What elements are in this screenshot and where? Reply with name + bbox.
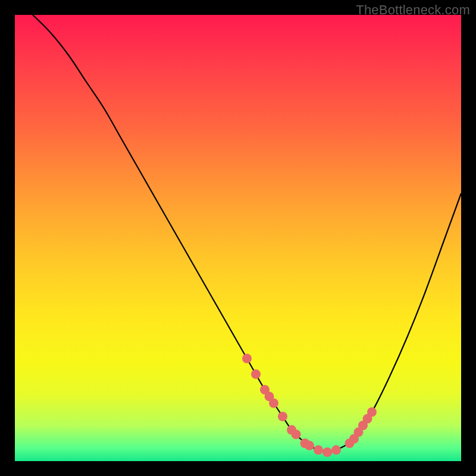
curve-marker — [251, 369, 261, 379]
curve-marker — [278, 412, 287, 421]
curve-marker — [322, 447, 332, 457]
chart-svg — [15, 15, 461, 461]
curve-marker — [331, 445, 341, 455]
curve-marker — [305, 441, 314, 450]
curve-marker — [292, 430, 301, 439]
chart-frame: TheBottleneck.com — [0, 0, 476, 476]
bottleneck-curve — [33, 15, 461, 452]
curve-marker — [367, 408, 377, 417]
curve-markers — [242, 354, 377, 458]
curve-marker — [269, 399, 278, 408]
curve-marker — [242, 354, 252, 364]
plot-area — [15, 15, 461, 461]
curve-marker — [314, 445, 323, 455]
